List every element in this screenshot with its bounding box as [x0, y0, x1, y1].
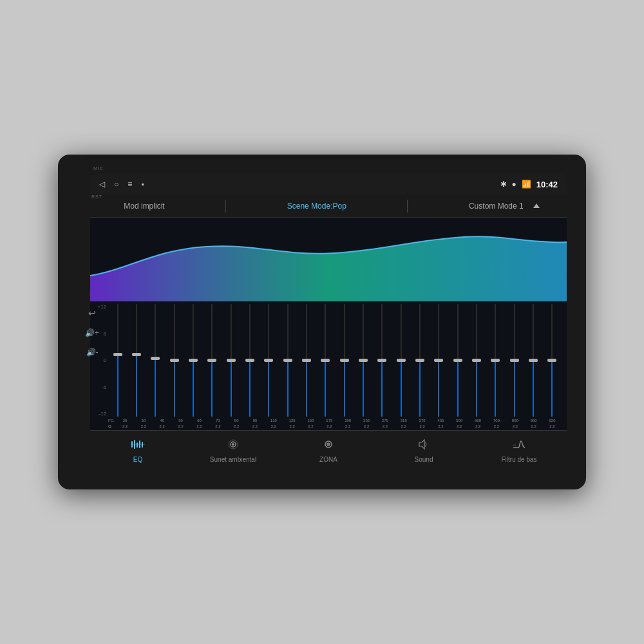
slider-fill-80: [231, 361, 232, 417]
slider-handle-315[interactable]: [397, 359, 406, 362]
q-val-70: 2.2: [215, 424, 220, 429]
slider-handle-500[interactable]: [453, 359, 462, 362]
mode-custom[interactable]: Custom Mode 1: [462, 202, 540, 211]
slider-col-50[interactable]: [165, 304, 184, 417]
slider-handle-125[interactable]: [283, 359, 292, 362]
fc-q-col-600: 6002.2: [469, 418, 488, 429]
mode-scene[interactable]: Scene Mode:Pop: [281, 202, 353, 211]
recent-nav-icon[interactable]: ▪: [141, 180, 144, 189]
slider-col-80[interactable]: [222, 304, 240, 417]
tab-eq[interactable]: EQ: [90, 439, 185, 463]
fc-val-110: 110: [270, 418, 277, 423]
slider-col-700[interactable]: [486, 304, 505, 417]
slider-col-200[interactable]: [335, 304, 354, 417]
slider-col-70[interactable]: [203, 304, 222, 417]
eq-curve-svg: [90, 218, 567, 301]
slider-handle-70[interactable]: [207, 359, 216, 362]
slider-fill-700: [495, 361, 496, 417]
fc-val-125: 125: [289, 418, 296, 423]
slider-handle-150[interactable]: [302, 359, 311, 362]
slider-col-150[interactable]: [297, 304, 316, 417]
slider-handle-110[interactable]: [264, 359, 273, 362]
slider-col-315[interactable]: [392, 304, 410, 417]
slider-col-435[interactable]: [430, 304, 448, 417]
fc-val-175: 175: [326, 418, 332, 423]
slider-fill-500: [457, 361, 459, 417]
home-nav-icon[interactable]: ○: [114, 180, 118, 189]
slider-col-235[interactable]: [354, 304, 372, 417]
menu-nav-icon[interactable]: ≡: [128, 180, 132, 189]
nav-icons: ◁ ○ ≡ ▪: [99, 180, 144, 189]
slider-handle-20[interactable]: [113, 353, 122, 356]
fc-val-800: 800: [512, 418, 518, 423]
slider-col-920[interactable]: [543, 304, 562, 417]
slider-col-175[interactable]: [316, 304, 335, 417]
slider-handle-80[interactable]: [227, 359, 236, 362]
slider-col-110[interactable]: [260, 304, 278, 417]
q-val-500: 2.2: [457, 424, 462, 429]
slider-col-600[interactable]: [467, 304, 486, 417]
fc-q-labels-row: FC:Q: 202.2302.2402.2502.2602.2702.2802.…: [95, 418, 562, 429]
fc-q-col-500: 5002.2: [450, 418, 469, 429]
slider-col-40[interactable]: [146, 304, 165, 417]
back-icon[interactable]: ↩: [88, 308, 96, 318]
slider-col-500[interactable]: [448, 304, 467, 417]
fc-val-435: 435: [437, 418, 444, 423]
fc-q-col-30: 302.2: [135, 418, 153, 429]
slider-handle-30[interactable]: [132, 353, 141, 356]
q-val-275: 2.2: [383, 424, 388, 429]
q-val-50: 2.2: [178, 424, 183, 429]
slider-handle-860[interactable]: [529, 359, 538, 362]
slider-handle-235[interactable]: [359, 359, 368, 362]
slider-col-800[interactable]: [505, 304, 524, 417]
slider-col-95[interactable]: [240, 304, 259, 417]
back-nav-icon[interactable]: ◁: [99, 180, 105, 189]
slider-handle-800[interactable]: [510, 359, 519, 362]
q-val-30: 2.2: [141, 424, 146, 429]
mode-implicit[interactable]: Mod implicit: [117, 202, 171, 211]
slider-col-275[interactable]: [373, 304, 392, 417]
slider-col-375[interactable]: [410, 304, 429, 417]
slider-col-20[interactable]: [108, 304, 127, 417]
slider-handle-920[interactable]: [547, 359, 556, 362]
tab-sound[interactable]: Sound: [376, 439, 471, 463]
slider-col-125[interactable]: [278, 304, 297, 417]
tab-zona[interactable]: ZONA: [281, 439, 376, 463]
status-right-area: ✱ ● 📶 10:42: [500, 180, 558, 189]
q-val-20: 2.2: [122, 424, 128, 429]
slider-fill-375: [419, 361, 421, 417]
slider-handle-275[interactable]: [377, 359, 386, 362]
slider-col-30[interactable]: [127, 304, 146, 417]
rst-label: RST: [91, 194, 102, 199]
tab-sunet-ambiental[interactable]: Sunet ambiental: [185, 439, 281, 463]
slider-handle-60[interactable]: [189, 359, 198, 362]
slider-handle-40[interactable]: [151, 357, 160, 360]
fc-q-col-315: 3152.2: [394, 418, 413, 429]
vol-down-icon[interactable]: 🔊-: [86, 348, 99, 357]
fc-q-col-110: 1102.2: [264, 418, 283, 429]
slider-handle-600[interactable]: [472, 359, 481, 362]
slider-fill-150: [306, 361, 307, 417]
slider-handle-95[interactable]: [245, 359, 254, 362]
fc-q-col-60: 602.2: [190, 418, 209, 429]
slider-handle-200[interactable]: [340, 359, 349, 362]
slider-handle-50[interactable]: [170, 359, 179, 362]
fc-q-col-175: 1752.2: [320, 418, 339, 429]
slider-col-60[interactable]: [184, 304, 202, 417]
tab-sunet-label: Sunet ambiental: [210, 456, 256, 463]
slider-handle-375[interactable]: [415, 359, 424, 362]
tab-filtru-bas[interactable]: Filtru de bas: [471, 439, 567, 463]
slider-handle-700[interactable]: [491, 359, 500, 362]
vol-up-icon[interactable]: 🔊+: [85, 328, 99, 337]
q-val-80: 2.2: [234, 424, 239, 429]
slider-col-860[interactable]: [524, 304, 542, 417]
slider-handle-175[interactable]: [321, 359, 330, 362]
fc-val-150: 150: [308, 418, 314, 423]
q-val-860: 2.2: [531, 424, 536, 429]
slider-fill-125: [287, 361, 289, 417]
fc-q-prefix: FC:Q:: [108, 418, 115, 429]
slider-handle-435[interactable]: [434, 359, 443, 362]
q-val-700: 2.2: [494, 424, 499, 429]
fc-val-860: 860: [531, 418, 537, 423]
mode-divider-2: [407, 200, 408, 213]
